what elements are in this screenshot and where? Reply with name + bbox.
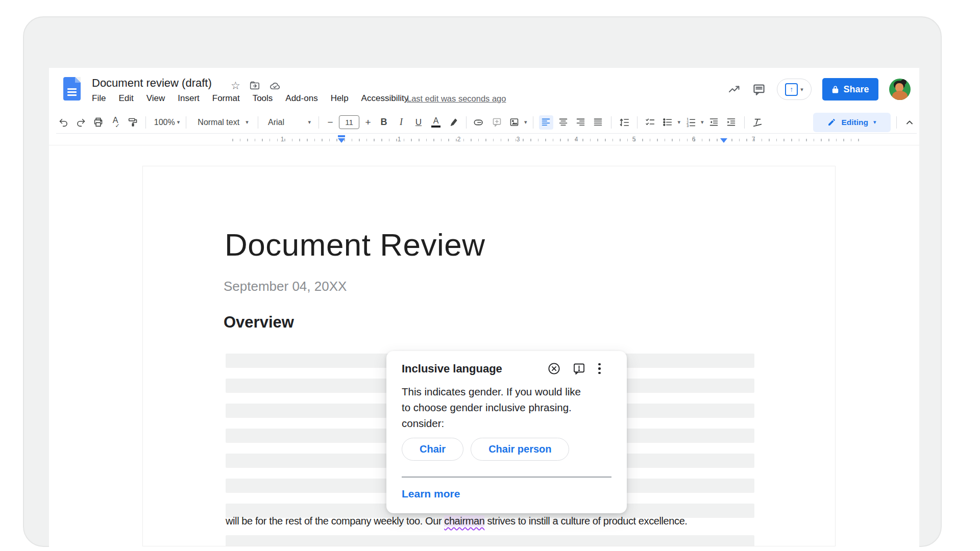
- italic-button[interactable]: I: [394, 115, 408, 130]
- doc-paragraph[interactable]: will be for the rest of the company week…: [226, 515, 688, 527]
- doc-heading-overview[interactable]: Overview: [224, 313, 294, 332]
- present-button[interactable]: ↑ ▾: [777, 79, 812, 100]
- ruler-number: 4: [575, 136, 578, 143]
- paragraph-style-select[interactable]: Normal text ▾: [192, 115, 252, 130]
- more-options-icon[interactable]: [597, 362, 602, 375]
- left-indent-marker[interactable]: [338, 138, 345, 143]
- cloud-saved-icon[interactable]: [269, 80, 281, 92]
- menu-bar: File Edit View Insert Format Tools Add-o…: [92, 93, 408, 104]
- menu-help[interactable]: Help: [331, 93, 349, 104]
- decrease-indent-button[interactable]: [707, 115, 721, 130]
- font-size-increase-button[interactable]: +: [362, 117, 374, 128]
- ruler-number: 2: [457, 136, 461, 143]
- mode-select-button[interactable]: Editing ▾: [813, 113, 891, 132]
- toolbar-separator: [637, 116, 638, 129]
- ruler-number: 1: [281, 136, 284, 143]
- zoom-select[interactable]: 100% ▾: [152, 115, 180, 130]
- menu-accessibility[interactable]: Accessibility: [361, 93, 409, 104]
- menu-view[interactable]: View: [146, 93, 165, 104]
- first-line-indent-marker[interactable]: [338, 135, 345, 137]
- collapse-toolbar-button[interactable]: [902, 115, 917, 130]
- share-button[interactable]: Share: [822, 78, 878, 101]
- paragraph-style-value: Normal text: [195, 118, 241, 127]
- account-avatar[interactable]: [889, 79, 911, 100]
- add-comment-button[interactable]: [489, 115, 504, 130]
- flagged-word[interactable]: chairman: [444, 515, 484, 527]
- learn-more-link[interactable]: Learn more: [402, 488, 460, 500]
- clear-formatting-button[interactable]: [750, 115, 765, 130]
- suggestion-chair-button[interactable]: Chair: [402, 438, 463, 461]
- ruler-number: 3: [517, 136, 520, 143]
- menu-file[interactable]: File: [92, 93, 106, 104]
- doc-date[interactable]: September 04, 20XX: [224, 279, 347, 294]
- menu-add-ons[interactable]: Add-ons: [285, 93, 317, 104]
- present-icon: ↑: [785, 83, 798, 96]
- bold-button[interactable]: B: [377, 115, 391, 130]
- font-select[interactable]: Arial ▾: [264, 115, 313, 130]
- zoom-caret-icon: ▾: [177, 119, 180, 126]
- print-button[interactable]: [91, 115, 105, 130]
- toolbar-separator: [318, 116, 319, 129]
- right-indent-marker[interactable]: [720, 138, 727, 143]
- popup-body-line: This indicates gender. If you would like: [402, 384, 581, 399]
- share-label: Share: [843, 84, 869, 95]
- paint-format-button[interactable]: [126, 115, 140, 130]
- align-left-button[interactable]: [539, 115, 553, 130]
- menu-edit[interactable]: Edit: [118, 93, 133, 104]
- redo-button[interactable]: [74, 115, 88, 130]
- bulleted-list-button[interactable]: [660, 115, 675, 130]
- checklist-button[interactable]: [643, 115, 657, 130]
- font-value: Arial: [266, 118, 286, 127]
- font-size-field[interactable]: 11: [339, 115, 359, 129]
- activity-trend-icon[interactable]: [727, 83, 741, 95]
- ruler-number: 7: [752, 136, 755, 143]
- align-right-button[interactable]: [574, 115, 588, 130]
- toolbar-separator: [896, 116, 897, 129]
- suggestion-chair-person-button[interactable]: Chair person: [471, 438, 569, 461]
- numbered-list-caret-icon[interactable]: ▾: [701, 119, 704, 126]
- justify-button[interactable]: [591, 115, 605, 130]
- numbered-list-button[interactable]: 123: [683, 115, 698, 130]
- font-caret-icon: ▾: [308, 119, 311, 126]
- google-docs-logo-icon[interactable]: [63, 77, 81, 101]
- feedback-icon[interactable]: [572, 362, 586, 375]
- doc-heading-title[interactable]: Document Review: [225, 227, 485, 263]
- popup-body-line: consider:: [402, 415, 581, 431]
- menu-insert[interactable]: Insert: [178, 93, 200, 104]
- comments-icon[interactable]: [752, 83, 766, 96]
- text-color-letter: A: [433, 117, 439, 125]
- formatting-toolbar: A✓ 100% ▾ Normal text ▾ Arial ▾ − 11 + B…: [56, 111, 917, 134]
- last-edit-link[interactable]: Last edit was seconds ago: [407, 94, 506, 104]
- ruler[interactable]: 1 1 2 3 4 5 6 7: [49, 134, 919, 145]
- paragraph-text-before: will be for the rest of the company week…: [226, 515, 444, 527]
- lock-icon: [831, 85, 839, 94]
- undo-button[interactable]: [56, 115, 70, 130]
- underline-button[interactable]: U: [411, 115, 426, 130]
- document-title[interactable]: Document review (draft): [92, 77, 212, 90]
- ruler-number: 6: [692, 136, 696, 143]
- font-size-decrease-button[interactable]: −: [325, 117, 336, 128]
- present-caret-icon[interactable]: ▾: [800, 86, 803, 93]
- popup-body-line: to choose gender inclusive phrasing.: [402, 399, 581, 415]
- mode-label: Editing: [841, 118, 868, 127]
- text-color-button[interactable]: A: [429, 115, 443, 130]
- align-center-button[interactable]: [556, 115, 571, 130]
- insert-link-button[interactable]: [472, 115, 486, 130]
- image-caret-icon[interactable]: ▾: [524, 119, 527, 126]
- pencil-icon: [827, 118, 836, 127]
- docs-logo-line: [67, 91, 77, 93]
- dismiss-icon[interactable]: [547, 362, 561, 375]
- ruler-number: 5: [632, 136, 636, 143]
- line-spacing-button[interactable]: [617, 115, 631, 130]
- move-to-folder-icon[interactable]: [249, 80, 260, 91]
- increase-indent-button[interactable]: [724, 115, 739, 130]
- star-icon[interactable]: ☆: [231, 80, 240, 92]
- insert-image-button[interactable]: [507, 115, 521, 130]
- suggestion-buttons: Chair Chair person: [402, 438, 569, 461]
- spellcheck-button[interactable]: A✓: [108, 115, 122, 130]
- highlight-color-button[interactable]: [446, 115, 460, 130]
- toolbar-separator: [611, 116, 611, 129]
- menu-tools[interactable]: Tools: [253, 93, 273, 104]
- bulleted-list-caret-icon[interactable]: ▾: [678, 119, 681, 126]
- menu-format[interactable]: Format: [212, 93, 240, 104]
